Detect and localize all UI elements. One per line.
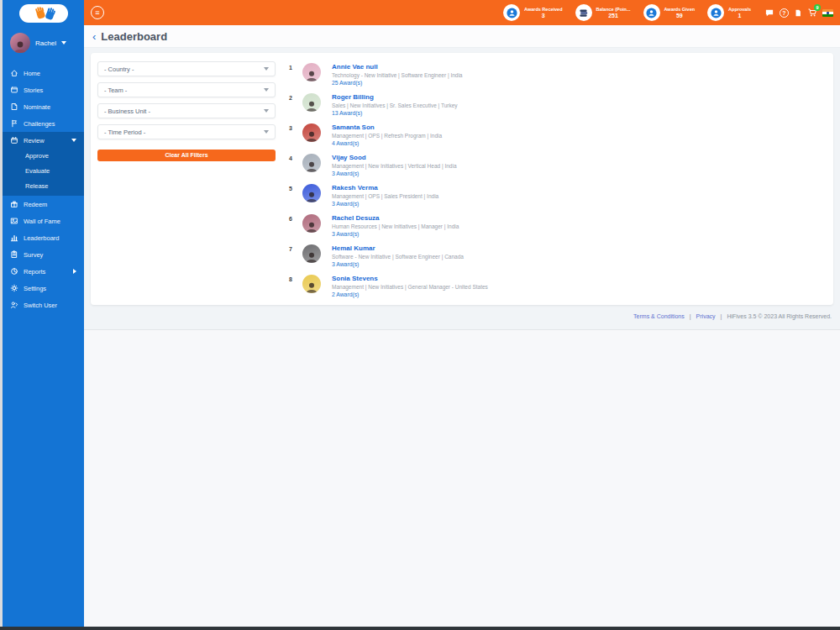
sidebar-item-stories[interactable]: Stories (3, 81, 84, 98)
team-filter-select[interactable]: - Team - (97, 82, 276, 97)
rank-number: 1 (289, 63, 302, 71)
stat-value: 1 (728, 13, 751, 18)
sidebar-item-label: Challenges (24, 120, 55, 128)
member-text: Vijay SoodManagement | New Initiatives |… (332, 154, 457, 176)
menu-group-review: ReviewApproveEvaluateRelease (3, 132, 84, 196)
member-detail: Sales | New Initiatives | Sr. Sales Exec… (332, 102, 458, 108)
bottom-edge-bar (0, 627, 840, 630)
review-icon (10, 136, 18, 144)
awards-count-link[interactable]: 25 Award(s) (332, 80, 463, 86)
sidebar-subitem-evaluate[interactable]: Evaluate (3, 164, 84, 179)
sidebar-item-switch-user[interactable]: Switch User (3, 297, 84, 313)
sidebar-item-survey[interactable]: Survey (3, 246, 84, 263)
stat-label: Balance (Poin... (596, 7, 631, 13)
medal-icon (503, 4, 520, 21)
footer-link-privacy[interactable]: Privacy (696, 313, 716, 319)
awards-count-link[interactable]: 13 Award(s) (332, 110, 458, 116)
leaderboard-row: 6Rachel DesuzaHuman Resources | New Init… (289, 214, 827, 237)
document-icon[interactable] (794, 8, 802, 18)
member-avatar (302, 244, 321, 263)
sidebar-item-settings[interactable]: Settings (3, 280, 84, 297)
help-question-glyph: ? (780, 8, 789, 18)
sidebar-item-label: Review (24, 137, 45, 144)
stat-awards-received[interactable]: Awards Received3 (503, 4, 562, 21)
stat-value: 3 (524, 13, 562, 18)
leaderboard-row: 4Vijay SoodManagement | New Initiatives … (289, 154, 827, 176)
chevron-right-icon (73, 269, 76, 274)
member-name-link[interactable]: Samanta Son (332, 123, 442, 131)
home-icon (10, 69, 18, 77)
awards-count-link[interactable]: 3 Award(s) (332, 231, 459, 237)
stat-awards-given[interactable]: Awards Given59 (643, 4, 696, 21)
coins-icon (575, 4, 592, 21)
stat-balance-poin[interactable]: Balance (Poin...251 (575, 4, 631, 21)
sidebar-item-leaderboard[interactable]: Leaderboard (3, 229, 84, 246)
member-detail: Technology - New Initiative | Software E… (332, 72, 463, 78)
filter-selected-value: - Business Unit - (104, 108, 150, 115)
filter-selected-value: - Team - (104, 87, 127, 94)
member-detail: Human Resources | New Initiatives | Mana… (332, 223, 459, 229)
sidebar-subitem-approve[interactable]: Approve (3, 149, 84, 164)
member-avatar (302, 123, 321, 142)
leaderboard-row: 3Samanta SonManagement | OPS | Refresh P… (289, 123, 827, 146)
member-avatar (302, 63, 321, 81)
user-menu[interactable]: Rachel (3, 23, 84, 60)
footer-link-terms-conditions[interactable]: Terms & Conditions (633, 313, 685, 319)
leaderboard-row: 2Roger BillingSales | New Initiatives | … (289, 93, 827, 116)
rank-number: 6 (289, 214, 302, 222)
member-detail: Software - New Initiative | Software Eng… (332, 254, 464, 260)
stat-approvals[interactable]: Approvals1 (707, 4, 751, 21)
filter-selected-value: - Country - (104, 66, 134, 73)
sidebar-item-reports[interactable]: Reports (3, 263, 84, 280)
member-text: Samanta SonManagement | OPS | Refresh Pr… (332, 123, 442, 146)
sidebar-item-redeem[interactable]: Redeem (3, 196, 84, 213)
clear-all-filters-button[interactable]: Clear All Filters (97, 150, 276, 161)
help-icon[interactable]: ? (780, 8, 789, 18)
member-name-link[interactable]: Rakesh Verma (332, 184, 438, 192)
member-name-link[interactable]: Vijay Sood (332, 154, 457, 161)
cart-icon[interactable]: 9 (807, 8, 817, 18)
content-area: - Country -- Team -- Business Unit -- Ti… (84, 48, 840, 330)
app-logo[interactable] (19, 4, 68, 23)
sidebar-subitem-release[interactable]: Release (3, 179, 84, 194)
country-filter-select[interactable]: - Country - (97, 61, 276, 76)
awards-count-link[interactable]: 4 Award(s) (332, 140, 442, 146)
member-avatar (302, 184, 321, 202)
member-name-link[interactable]: Sonia Stevens (332, 275, 488, 282)
member-name-link[interactable]: Hemal Kumar (332, 244, 464, 252)
rank-number: 4 (289, 154, 302, 161)
sidebar-item-challenges[interactable]: Challenges (3, 115, 84, 132)
chat-icon[interactable] (764, 8, 774, 18)
reports-icon (10, 267, 18, 276)
chevron-down-icon (264, 130, 269, 134)
sidebar-item-home[interactable]: Home (3, 65, 84, 81)
member-name-link[interactable]: Roger Billing (332, 93, 458, 101)
business-unit-filter-select[interactable]: - Business Unit - (97, 103, 276, 118)
sidebar-item-wall-of-fame[interactable]: Wall of Fame (3, 213, 84, 229)
stat-text: Approvals1 (728, 7, 751, 19)
back-chevron-icon[interactable]: ‹ (92, 31, 96, 42)
time-period-filter-select[interactable]: - Time Period - (97, 124, 276, 139)
main-area: ≡ Awards Received3Balance (Poin...251Awa… (84, 0, 840, 627)
sidebar-item-nominate[interactable]: Nominate (3, 98, 84, 115)
member-detail: Management | New Initiatives | General M… (332, 284, 488, 290)
chevron-down-icon (264, 67, 269, 71)
sidebar-item-label: Switch User (24, 302, 57, 309)
hamburger-menu-icon[interactable]: ≡ (91, 6, 104, 19)
member-text: Rachel DesuzaHuman Resources | New Initi… (332, 214, 459, 237)
flag-india-icon[interactable] (822, 9, 833, 17)
member-name-link[interactable]: Annie Vae null (332, 63, 463, 71)
sidebar-item-review[interactable]: Review (3, 132, 84, 149)
medal-icon (643, 4, 660, 21)
footer: Terms & Conditions|Privacy|HiFives 3.5 ©… (91, 305, 833, 329)
member-name-link[interactable]: Rachel Desuza (332, 214, 459, 222)
awards-count-link[interactable]: 2 Award(s) (332, 291, 488, 297)
sidebar: Rachel HomeStoriesNominateChallengesRevi… (0, 0, 84, 627)
sidebar-item-label: Leaderboard (24, 234, 60, 242)
awards-count-link[interactable]: 3 Award(s) (332, 261, 464, 267)
member-text: Rakesh VermaManagement | OPS | Sales Pre… (332, 184, 438, 207)
stat-value: 251 (596, 13, 631, 18)
awards-count-link[interactable]: 3 Award(s) (332, 171, 457, 176)
footer-separator: | (690, 313, 691, 319)
awards-count-link[interactable]: 3 Award(s) (332, 201, 438, 207)
